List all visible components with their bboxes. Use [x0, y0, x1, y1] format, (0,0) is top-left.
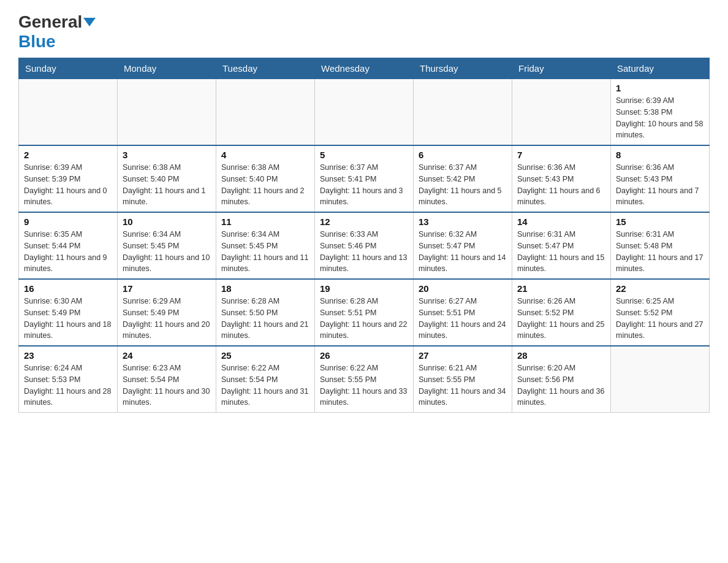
- weekday-header-wednesday: Wednesday: [315, 58, 414, 79]
- calendar-week-3: 9Sunrise: 6:35 AMSunset: 5:44 PMDaylight…: [19, 212, 710, 279]
- calendar-cell: 22Sunrise: 6:25 AMSunset: 5:52 PMDayligh…: [611, 279, 710, 346]
- day-number: 27: [419, 350, 507, 361]
- day-info: Sunrise: 6:26 AMSunset: 5:52 PMDaylight:…: [517, 296, 605, 342]
- day-number: 12: [320, 216, 408, 227]
- calendar-cell: 27Sunrise: 6:21 AMSunset: 5:55 PMDayligh…: [414, 346, 512, 413]
- day-number: 22: [616, 283, 704, 294]
- day-number: 2: [24, 150, 112, 160]
- day-number: 5: [320, 150, 408, 160]
- calendar-week-4: 16Sunrise: 6:30 AMSunset: 5:49 PMDayligh…: [19, 279, 710, 346]
- day-number: 21: [517, 283, 605, 294]
- day-number: 7: [517, 150, 605, 160]
- day-info: Sunrise: 6:39 AMSunset: 5:38 PMDaylight:…: [616, 95, 704, 141]
- day-info: Sunrise: 6:20 AMSunset: 5:56 PMDaylight:…: [517, 362, 605, 408]
- day-number: 23: [24, 350, 112, 361]
- calendar-cell: 15Sunrise: 6:31 AMSunset: 5:48 PMDayligh…: [611, 212, 710, 279]
- day-info: Sunrise: 6:29 AMSunset: 5:49 PMDaylight:…: [123, 296, 211, 342]
- day-info: Sunrise: 6:25 AMSunset: 5:52 PMDaylight:…: [616, 296, 704, 342]
- weekday-header-thursday: Thursday: [414, 58, 512, 79]
- day-info: Sunrise: 6:39 AMSunset: 5:39 PMDaylight:…: [24, 162, 112, 208]
- calendar-cell: 16Sunrise: 6:30 AMSunset: 5:49 PMDayligh…: [19, 279, 118, 346]
- day-number: 24: [123, 350, 211, 361]
- day-number: 1: [616, 83, 704, 93]
- weekday-header-row: SundayMondayTuesdayWednesdayThursdayFrid…: [19, 58, 710, 79]
- day-info: Sunrise: 6:28 AMSunset: 5:50 PMDaylight:…: [221, 296, 309, 342]
- weekday-header-friday: Friday: [512, 58, 611, 79]
- day-info: Sunrise: 6:33 AMSunset: 5:46 PMDaylight:…: [320, 229, 408, 275]
- day-info: Sunrise: 6:31 AMSunset: 5:47 PMDaylight:…: [517, 229, 605, 275]
- day-info: Sunrise: 6:24 AMSunset: 5:53 PMDaylight:…: [24, 362, 112, 408]
- day-info: Sunrise: 6:37 AMSunset: 5:41 PMDaylight:…: [320, 162, 408, 208]
- calendar-cell: 24Sunrise: 6:23 AMSunset: 5:54 PMDayligh…: [118, 346, 216, 413]
- calendar-cell: 26Sunrise: 6:22 AMSunset: 5:55 PMDayligh…: [315, 346, 414, 413]
- logo-general: General: [18, 12, 82, 32]
- calendar-cell: 20Sunrise: 6:27 AMSunset: 5:51 PMDayligh…: [414, 279, 512, 346]
- day-number: 4: [221, 150, 309, 160]
- day-number: 17: [123, 283, 211, 294]
- calendar-cell: 23Sunrise: 6:24 AMSunset: 5:53 PMDayligh…: [19, 346, 118, 413]
- calendar-cell: 17Sunrise: 6:29 AMSunset: 5:49 PMDayligh…: [118, 279, 216, 346]
- day-info: Sunrise: 6:34 AMSunset: 5:45 PMDaylight:…: [123, 229, 211, 275]
- calendar-cell: 13Sunrise: 6:32 AMSunset: 5:47 PMDayligh…: [414, 212, 512, 279]
- day-number: 16: [24, 283, 112, 294]
- logo-blue: Blue: [18, 32, 56, 51]
- day-number: 18: [221, 283, 309, 294]
- calendar-cell: 8Sunrise: 6:36 AMSunset: 5:43 PMDaylight…: [611, 145, 710, 212]
- calendar-cell: [216, 79, 315, 146]
- day-info: Sunrise: 6:22 AMSunset: 5:55 PMDaylight:…: [320, 362, 408, 408]
- calendar-cell: 14Sunrise: 6:31 AMSunset: 5:47 PMDayligh…: [512, 212, 611, 279]
- day-number: 9: [24, 216, 112, 227]
- day-info: Sunrise: 6:38 AMSunset: 5:40 PMDaylight:…: [123, 162, 211, 208]
- logo: General Blue: [18, 12, 96, 52]
- calendar-cell: [315, 79, 414, 146]
- calendar-cell: 25Sunrise: 6:22 AMSunset: 5:54 PMDayligh…: [216, 346, 315, 413]
- calendar-cell: 2Sunrise: 6:39 AMSunset: 5:39 PMDaylight…: [19, 145, 118, 212]
- calendar-cell: [118, 79, 216, 146]
- calendar-cell: 6Sunrise: 6:37 AMSunset: 5:42 PMDaylight…: [414, 145, 512, 212]
- calendar-week-2: 2Sunrise: 6:39 AMSunset: 5:39 PMDaylight…: [19, 145, 710, 212]
- day-number: 25: [221, 350, 309, 361]
- weekday-header-monday: Monday: [118, 58, 216, 79]
- calendar-cell: 1Sunrise: 6:39 AMSunset: 5:38 PMDaylight…: [611, 79, 710, 146]
- calendar-cell: 28Sunrise: 6:20 AMSunset: 5:56 PMDayligh…: [512, 346, 611, 413]
- calendar-cell: [414, 79, 512, 146]
- calendar-table: SundayMondayTuesdayWednesdayThursdayFrid…: [18, 58, 710, 413]
- calendar-cell: [19, 79, 118, 146]
- day-info: Sunrise: 6:21 AMSunset: 5:55 PMDaylight:…: [419, 362, 507, 408]
- day-number: 26: [320, 350, 408, 361]
- day-number: 28: [517, 350, 605, 361]
- day-number: 10: [123, 216, 211, 227]
- day-info: Sunrise: 6:34 AMSunset: 5:45 PMDaylight:…: [221, 229, 309, 275]
- calendar-cell: 10Sunrise: 6:34 AMSunset: 5:45 PMDayligh…: [118, 212, 216, 279]
- day-number: 8: [616, 150, 704, 160]
- day-info: Sunrise: 6:30 AMSunset: 5:49 PMDaylight:…: [24, 296, 112, 342]
- page-header: General Blue: [18, 12, 710, 52]
- calendar-cell: [512, 79, 611, 146]
- day-number: 19: [320, 283, 408, 294]
- calendar-cell: 5Sunrise: 6:37 AMSunset: 5:41 PMDaylight…: [315, 145, 414, 212]
- calendar-cell: 9Sunrise: 6:35 AMSunset: 5:44 PMDaylight…: [19, 212, 118, 279]
- day-info: Sunrise: 6:32 AMSunset: 5:47 PMDaylight:…: [419, 229, 507, 275]
- day-info: Sunrise: 6:37 AMSunset: 5:42 PMDaylight:…: [419, 162, 507, 208]
- day-info: Sunrise: 6:27 AMSunset: 5:51 PMDaylight:…: [419, 296, 507, 342]
- day-info: Sunrise: 6:28 AMSunset: 5:51 PMDaylight:…: [320, 296, 408, 342]
- day-number: 6: [419, 150, 507, 160]
- calendar-cell: 3Sunrise: 6:38 AMSunset: 5:40 PMDaylight…: [118, 145, 216, 212]
- calendar-cell: [611, 346, 710, 413]
- calendar-cell: 11Sunrise: 6:34 AMSunset: 5:45 PMDayligh…: [216, 212, 315, 279]
- weekday-header-saturday: Saturday: [611, 58, 710, 79]
- day-number: 13: [419, 216, 507, 227]
- day-number: 15: [616, 216, 704, 227]
- calendar-cell: 21Sunrise: 6:26 AMSunset: 5:52 PMDayligh…: [512, 279, 611, 346]
- day-number: 14: [517, 216, 605, 227]
- calendar-cell: 7Sunrise: 6:36 AMSunset: 5:43 PMDaylight…: [512, 145, 611, 212]
- day-info: Sunrise: 6:22 AMSunset: 5:54 PMDaylight:…: [221, 362, 309, 408]
- day-info: Sunrise: 6:36 AMSunset: 5:43 PMDaylight:…: [616, 162, 704, 208]
- weekday-header-tuesday: Tuesday: [216, 58, 315, 79]
- calendar-week-1: 1Sunrise: 6:39 AMSunset: 5:38 PMDaylight…: [19, 79, 710, 146]
- day-info: Sunrise: 6:31 AMSunset: 5:48 PMDaylight:…: [616, 229, 704, 275]
- day-info: Sunrise: 6:35 AMSunset: 5:44 PMDaylight:…: [24, 229, 112, 275]
- day-number: 11: [221, 216, 309, 227]
- calendar-cell: 18Sunrise: 6:28 AMSunset: 5:50 PMDayligh…: [216, 279, 315, 346]
- logo-triangle-icon: [83, 18, 96, 26]
